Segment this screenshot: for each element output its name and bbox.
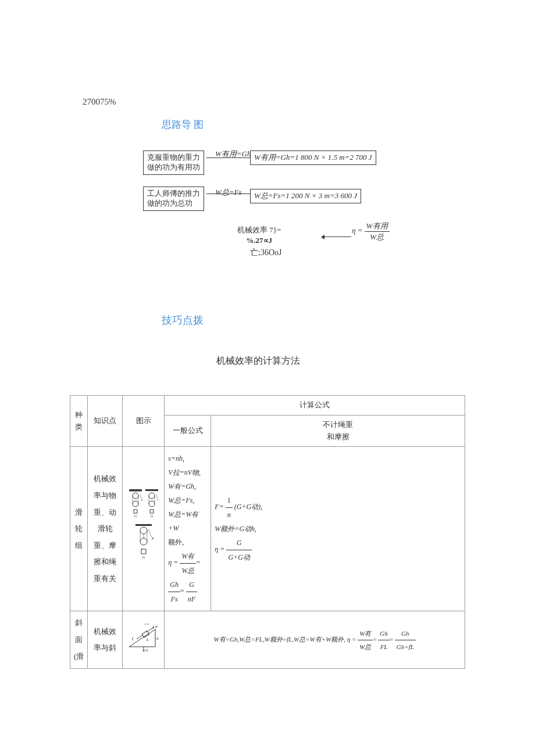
svg-text:G: G (151, 514, 154, 518)
cell-point-incline: 机械效 率与斜 (88, 611, 123, 669)
svg-text:G: G (142, 556, 145, 559)
svg-rect-9 (145, 489, 158, 491)
svg-text:G: G (145, 648, 148, 653)
svg-rect-20 (141, 549, 146, 554)
answer-text: 270075% (83, 97, 116, 107)
cell-diagram-incline: F f Fs G L h (123, 611, 165, 669)
svg-text:f: f (132, 636, 134, 641)
header-nofriction: 不计绳重 和摩擦 (211, 415, 465, 447)
heading-flow: 思路导 图 (162, 119, 204, 131)
flow-box-total-calc: W总=Fs=1 200 N × 3 m=3 600 J (250, 189, 361, 203)
bracket-text: 亡;36OoJ (250, 248, 281, 258)
cell-point-pulley: 机械效 率与物 重、动 滑轮 重、摩 擦和绳 重有关 (88, 447, 123, 611)
flow-line (206, 157, 250, 158)
flow-label-total: W总=Fs (215, 187, 242, 198)
table-row-pulley: 滑 轮 组 机械效 率与物 重、动 滑轮 重、摩 擦和绳 重有关 G G (70, 447, 465, 611)
header-formula: 计算公式 (165, 396, 465, 415)
svg-text:G: G (134, 514, 137, 518)
svg-rect-12 (150, 510, 154, 513)
flow-box-total-work: 工人师傅的推力 做的功为总功 (143, 187, 204, 211)
pulley-diagram-icon: G G G (126, 486, 161, 568)
svg-point-18 (140, 527, 147, 534)
svg-point-10 (149, 493, 155, 499)
efficiency-fraction: η = W有用 W总 (352, 221, 390, 242)
cell-formula-incline: W有=Gh,W总=FL,W额外=fL,W总=W有+W额外, η = W有 W总 … (165, 611, 465, 669)
heading-tips: 技巧点拨 (162, 313, 204, 327)
svg-point-3 (133, 501, 138, 507)
svg-text:F: F (155, 625, 158, 629)
svg-text:F: F (151, 537, 154, 540)
svg-line-16 (156, 495, 158, 501)
table-header-row: 种类 知识点 图示 计算公式 (70, 396, 465, 415)
header-point: 知识点 (88, 396, 123, 447)
flow-line (206, 194, 250, 194)
flow-box-useful-work: 克服重物的重力 做的功为有用功 (143, 151, 204, 175)
svg-text:L: L (146, 637, 149, 642)
header-general: 一般公式 (165, 415, 211, 447)
incline-diagram-icon: F f Fs G L h (126, 624, 161, 653)
cell-type-pulley: 滑 轮 组 (70, 447, 88, 611)
heading-method: 机械效率的计算方法 (216, 355, 300, 367)
table-row-incline: 斜面 (滑 机械效 率与斜 F f Fs G L h W有=Gh,W总=FL,W… (70, 611, 465, 669)
svg-rect-17 (135, 524, 152, 526)
svg-line-8 (140, 495, 142, 501)
efficiency-text: 机械效率 7}= %.27∝J (237, 225, 281, 246)
cell-formula-nofriction-pulley: F= 1n (G+G动), W额外=G动h, η = G G+G动 (211, 447, 465, 611)
arrow-left-icon (323, 237, 351, 237)
cell-type-incline: 斜面 (滑 (70, 611, 88, 669)
cell-diagram-pulley: G G G (123, 447, 165, 611)
header-diagram: 图示 (123, 396, 165, 447)
cell-formula-general-pulley: s=nh, V拉=nV物, W有=Gh, W总=Fs, W总=W有+W 额外, … (165, 447, 211, 611)
method-table: 种类 知识点 图示 计算公式 一般公式 不计绳重 和摩擦 滑 轮 组 机械效 率… (70, 395, 465, 669)
svg-point-19 (140, 538, 147, 545)
svg-rect-4 (134, 510, 137, 513)
flow-box-useful-calc: W有用=Gh=1 800 N × 1.5 m=2 700 J (250, 151, 376, 165)
svg-text:Fs: Fs (144, 624, 149, 626)
svg-line-25 (148, 529, 152, 538)
svg-point-2 (133, 493, 138, 499)
header-type: 种类 (70, 396, 88, 447)
svg-point-11 (149, 501, 155, 507)
svg-text:h: h (156, 636, 159, 641)
